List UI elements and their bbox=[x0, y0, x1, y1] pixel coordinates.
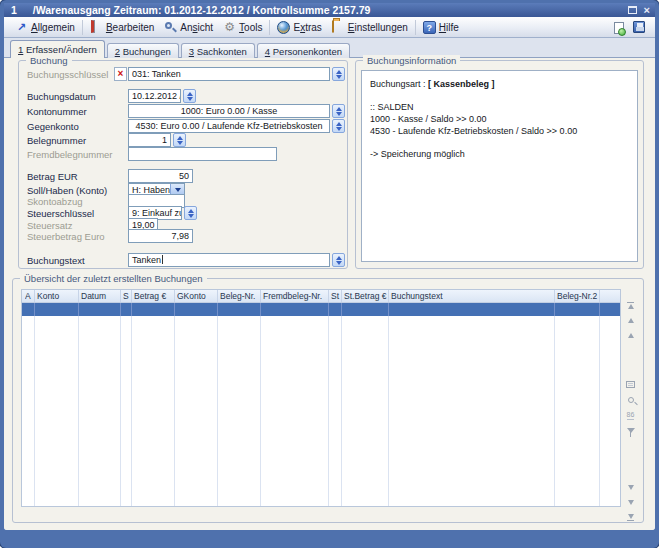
tab-erfassen-aendern[interactable]: 1 Erfassen/Ändern bbox=[10, 40, 105, 58]
column-separator bbox=[174, 303, 175, 316]
save-icon[interactable] bbox=[633, 21, 645, 33]
steuerbetrag-field[interactable]: 7,98 bbox=[128, 229, 193, 243]
column-separator bbox=[131, 316, 132, 506]
menu-item-extras[interactable]: Extras bbox=[272, 19, 326, 36]
table-body[interactable] bbox=[22, 316, 620, 506]
label-gegenkonto: Gegenkonto bbox=[27, 121, 79, 132]
label-buchungsschluessel: Buchungsschlüssel bbox=[27, 69, 108, 80]
column-header-blank[interactable] bbox=[602, 290, 619, 302]
clear-buchungsschluessel-icon[interactable]: × bbox=[114, 67, 127, 81]
column-header-buchungstext[interactable]: Buchungstext bbox=[391, 290, 553, 302]
column-separator bbox=[78, 303, 79, 316]
buchungsschluessel-combo[interactable]: 031: Tanken bbox=[128, 67, 330, 81]
new-document-icon[interactable] bbox=[614, 22, 624, 34]
label-soll-haben: Soll/Haben (Konto) bbox=[27, 185, 107, 196]
row-down-icon[interactable] bbox=[623, 481, 638, 493]
belegnummer-spinner[interactable] bbox=[173, 133, 186, 147]
column-separator bbox=[260, 316, 261, 506]
column-header-a[interactable]: A bbox=[25, 290, 33, 302]
goto-last-icon[interactable] bbox=[623, 511, 638, 523]
column-header-beleg-nr-[interactable]: Beleg-Nr. bbox=[220, 290, 259, 302]
details-icon[interactable] bbox=[623, 378, 638, 390]
search-icon[interactable] bbox=[623, 394, 638, 406]
help-icon: ? bbox=[423, 21, 436, 34]
tab-personenkonten[interactable]: 4 Personenkonten bbox=[257, 43, 350, 58]
maximize-icon[interactable] bbox=[628, 6, 637, 14]
column-separator bbox=[78, 316, 79, 506]
column-separator bbox=[120, 290, 121, 302]
column-separator bbox=[217, 303, 218, 316]
group-buchungsinformation: Buchungsinformation Buchungsart : [ Kass… bbox=[355, 60, 644, 269]
column-separator bbox=[341, 303, 342, 316]
column-separator bbox=[554, 316, 555, 506]
column-header-fremdbeleg-nr-[interactable]: Fremdbeleg-Nr. bbox=[263, 290, 327, 302]
window-controls: × bbox=[628, 5, 650, 15]
column-separator bbox=[34, 290, 35, 302]
column-header-gkonto[interactable]: GKonto bbox=[177, 290, 216, 302]
page-down-icon[interactable] bbox=[623, 496, 638, 508]
steuerschluessel-spinner[interactable] bbox=[184, 206, 197, 220]
tools-gear-icon: ⚙ bbox=[223, 21, 236, 34]
label-kontonummer: Kontonummer bbox=[27, 106, 87, 117]
buchungsdatum-spinner[interactable] bbox=[183, 89, 196, 103]
filter-icon[interactable] bbox=[623, 424, 638, 436]
kontonummer-spinner[interactable] bbox=[332, 104, 345, 118]
title-bar[interactable]: 1 /Warenausgang Zeitraum: 01.2012-12.201… bbox=[4, 3, 655, 17]
gegenkonto-combo[interactable]: 4530: Euro 0.00 / Laufende Kfz-Betriebsk… bbox=[128, 119, 330, 133]
page-up-icon[interactable] bbox=[623, 314, 638, 326]
menu-separator bbox=[82, 20, 83, 35]
column-header-st[interactable]: St bbox=[331, 290, 340, 302]
menu-item-ansicht[interactable]: Ansicht bbox=[159, 19, 218, 36]
count-badge-icon[interactable]: 86 bbox=[623, 409, 638, 421]
table-header-row: AKontoDatumSBetrag €GKontoBeleg-Nr.Fremd… bbox=[22, 290, 620, 303]
close-icon[interactable]: × bbox=[644, 5, 650, 15]
label-belegnummer: Belegnummer bbox=[27, 135, 86, 146]
column-separator bbox=[599, 290, 600, 302]
text-caret bbox=[162, 255, 163, 264]
buchungsdatum-field[interactable]: 10.12.2012 /Mo bbox=[128, 89, 181, 103]
column-header-st-betrag-[interactable]: St.Betrag € bbox=[344, 290, 387, 302]
column-separator bbox=[554, 303, 555, 316]
fremdbelegnummer-field[interactable] bbox=[128, 147, 277, 161]
column-separator bbox=[341, 316, 342, 506]
menu-label: Hilfe bbox=[439, 22, 459, 33]
menu-item-hilfe[interactable]: ? Hilfe bbox=[418, 19, 464, 36]
kontonummer-combo[interactable]: 1000: Euro 0.00 / Kasse bbox=[128, 104, 330, 118]
menu-item-bearbeiten[interactable]: Bearbeiten bbox=[85, 19, 159, 36]
saldo-line-1: 1000 - Kasse / Saldo >> 0.00 bbox=[370, 113, 629, 125]
column-header-konto[interactable]: Konto bbox=[37, 290, 77, 302]
row-up-icon[interactable] bbox=[623, 329, 638, 341]
column-separator bbox=[599, 316, 600, 506]
column-header-betrag-[interactable]: Betrag € bbox=[134, 290, 173, 302]
selected-row[interactable] bbox=[22, 303, 620, 316]
menu-label: Tools bbox=[239, 22, 262, 33]
saldo-line-2: 4530 - Laufende Kfz-Betriebskosten / Sal… bbox=[370, 125, 629, 137]
gegenkonto-spinner[interactable] bbox=[332, 119, 345, 133]
column-separator bbox=[260, 290, 261, 302]
column-header-datum[interactable]: Datum bbox=[81, 290, 119, 302]
group-buchung: Buchung Buchungsschlüssel × 031: Tanken … bbox=[18, 60, 348, 269]
column-separator bbox=[120, 303, 121, 316]
tab-sachkonten[interactable]: 3 Sachkonten bbox=[181, 43, 255, 58]
column-separator bbox=[599, 303, 600, 316]
column-separator bbox=[328, 290, 329, 302]
buchungsschluessel-spinner[interactable] bbox=[332, 67, 345, 81]
column-separator bbox=[217, 290, 218, 302]
buchungstext-spinner[interactable] bbox=[332, 253, 345, 267]
buchungstext-combo[interactable]: Tanken bbox=[128, 253, 330, 267]
menu-item-tools[interactable]: ⚙ Tools bbox=[218, 19, 267, 36]
column-separator bbox=[174, 316, 175, 506]
label-betrag-eur: Betrag EUR bbox=[27, 171, 78, 182]
menu-label: Einstellungen bbox=[348, 22, 408, 33]
betrag-eur-field[interactable]: 50 bbox=[128, 169, 193, 183]
toolbar-right bbox=[614, 21, 645, 34]
column-separator bbox=[341, 290, 342, 302]
menu-item-einstellungen[interactable]: Einstellungen bbox=[327, 19, 413, 36]
column-separator bbox=[174, 290, 175, 302]
column-header-s[interactable]: S bbox=[123, 290, 130, 302]
column-header-beleg-nr-2[interactable]: Beleg-Nr.2 bbox=[557, 290, 598, 302]
belegnummer-field[interactable]: 1 bbox=[128, 133, 171, 147]
tab-buchungen[interactable]: 2 Buchungen bbox=[107, 43, 179, 58]
menu-item-allgemein[interactable]: ↗ Allgemein bbox=[10, 19, 80, 36]
goto-first-icon[interactable] bbox=[623, 299, 638, 311]
